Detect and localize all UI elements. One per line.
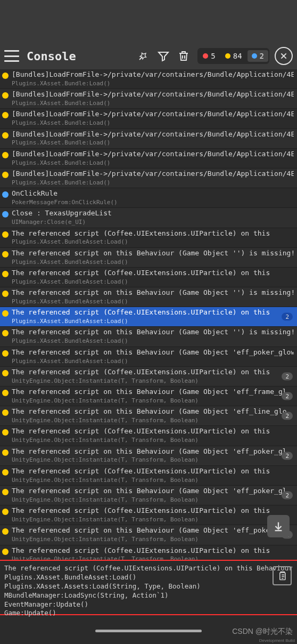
warn-icon bbox=[2, 549, 9, 555]
warn-icon bbox=[2, 112, 9, 118]
log-row[interactable]: The referenced script on this Behaviour … bbox=[0, 287, 297, 307]
log-row[interactable]: The referenced script (Coffee.UIExtensio… bbox=[0, 505, 297, 525]
log-row[interactable]: The referenced script on this Behaviour … bbox=[0, 406, 297, 426]
log-source: UnityEngine.Object:Instantiate(T, Transf… bbox=[12, 397, 294, 405]
warn-icon bbox=[2, 92, 9, 99]
log-row[interactable]: The referenced script on this Behaviour … bbox=[0, 525, 297, 545]
info-icon bbox=[2, 191, 9, 198]
warn-icon bbox=[2, 132, 9, 139]
log-row[interactable]: The referenced script on this Behaviour … bbox=[0, 387, 297, 406]
log-row[interactable]: Close : TexasUpgradeListUIManager:Close(… bbox=[0, 208, 297, 228]
stack-trace-line: MBundleManager:LoadSync(String, Action`1… bbox=[4, 591, 293, 600]
error-count-toggle[interactable]: 5 bbox=[199, 50, 219, 62]
log-message: The referenced script on this Behaviour … bbox=[12, 288, 294, 297]
log-message: Close : TexasUpgradeList bbox=[12, 209, 294, 218]
warn-icon bbox=[2, 528, 9, 535]
log-row[interactable]: The referenced script (Coffee.UIExtensio… bbox=[0, 545, 297, 560]
log-source: Plugins.XAsset.BundleAsset:Load() bbox=[12, 278, 294, 286]
log-message: The referenced script on this Behaviour … bbox=[12, 388, 294, 397]
warn-icon bbox=[2, 291, 9, 297]
count-badge: 2 bbox=[282, 492, 293, 500]
menu-button[interactable] bbox=[4, 50, 19, 62]
trash-icon[interactable] bbox=[175, 47, 192, 65]
info-icon bbox=[2, 211, 9, 218]
log-level-filters: 5 84 2 bbox=[197, 48, 269, 64]
log-message: [Bundles]LoadFromFile->/private/var/cont… bbox=[12, 170, 294, 179]
log-source: UnityEngine.Object:Instantiate(T, Transf… bbox=[12, 456, 294, 464]
console-header: Console 5 84 2 bbox=[0, 43, 297, 69]
svg-line-0 bbox=[139, 57, 142, 60]
log-message: The referenced script on this Behaviour … bbox=[12, 447, 294, 456]
log-row[interactable]: The referenced script (Coffee.UIExtensio… bbox=[0, 426, 297, 446]
log-source: UnityEngine.Object:Instantiate(T, Transf… bbox=[12, 377, 294, 385]
log-row[interactable]: The referenced script on this Behaviour … bbox=[0, 347, 297, 367]
pin-icon[interactable] bbox=[135, 47, 152, 65]
warn-icon bbox=[2, 409, 9, 416]
log-source: Plugins.XAsset.Bundle:Load() bbox=[12, 159, 294, 167]
log-row[interactable]: [Bundles]LoadFromFile->/private/var/cont… bbox=[0, 109, 297, 128]
log-row[interactable]: The referenced script (Coffee.UIExtensio… bbox=[0, 466, 297, 486]
log-source: Plugins.XAsset.BundleAsset:Load() bbox=[12, 259, 294, 266]
log-message: The referenced script on this Behaviour … bbox=[12, 526, 294, 535]
warn-icon bbox=[2, 390, 9, 396]
warn-icon bbox=[2, 489, 9, 495]
log-message: The referenced script on this Behaviour … bbox=[12, 407, 294, 416]
log-source: Plugins.XAsset.BundleAsset:Load() bbox=[12, 238, 294, 246]
log-message: The referenced script on this Behaviour … bbox=[12, 348, 294, 357]
info-count-toggle[interactable]: 2 bbox=[248, 50, 268, 62]
log-message: The referenced script (Coffee.UIExtensio… bbox=[12, 506, 294, 516]
close-button[interactable] bbox=[275, 47, 293, 65]
warn-icon bbox=[2, 449, 9, 456]
log-message: The referenced script (Coffee.UIExtensio… bbox=[12, 229, 294, 238]
log-message: OnClickRule bbox=[12, 189, 294, 198]
filter-icon[interactable] bbox=[155, 47, 172, 65]
count-badge: 2 bbox=[282, 372, 293, 380]
count-badge: 2 bbox=[282, 412, 293, 420]
stack-trace-line: Plugins.XAsset.Assets:Load(String, Type,… bbox=[4, 582, 293, 591]
log-row[interactable]: The referenced script on this Behaviour … bbox=[0, 327, 297, 347]
log-row[interactable]: [Bundles]LoadFromFile->/private/var/cont… bbox=[0, 168, 297, 188]
log-row[interactable]: [Bundles]LoadFromFile->/private/var/cont… bbox=[0, 89, 297, 109]
log-source: Plugins.XAsset.BundleAsset:Load() bbox=[12, 298, 294, 305]
log-row[interactable]: The referenced script (Coffee.UIExtensio… bbox=[0, 228, 297, 248]
log-row[interactable]: [Bundles]LoadFromFile->/private/var/cont… bbox=[0, 149, 297, 168]
log-row[interactable]: OnClickRulePokerMessageFrom:OnClickRule(… bbox=[0, 188, 297, 208]
warn-icon bbox=[2, 370, 9, 376]
log-source: Plugins.XAsset.Bundle:Load() bbox=[12, 100, 294, 107]
log-message: The referenced script (Coffee.UIExtensio… bbox=[12, 467, 294, 476]
log-row[interactable]: The referenced script (Coffee.UIExtensio… bbox=[0, 268, 297, 287]
log-row[interactable]: The referenced script on this Behaviour … bbox=[0, 446, 297, 466]
log-source: Plugins.XAsset.BundleAsset:Load() bbox=[12, 358, 294, 365]
log-list[interactable]: [Bundles]LoadFromFile->/private/var/cont… bbox=[0, 69, 297, 560]
log-row[interactable]: [Bundles]LoadFromFile->/private/var/cont… bbox=[0, 129, 297, 149]
log-row[interactable]: The referenced script on this Behaviour … bbox=[0, 486, 297, 505]
dev-build-label: Development Build bbox=[259, 638, 295, 643]
warning-count-toggle[interactable]: 84 bbox=[221, 50, 246, 62]
log-source: Plugins.XAsset.Bundle:Load() bbox=[12, 80, 294, 87]
warn-icon bbox=[2, 509, 9, 515]
log-message: [Bundles]LoadFromFile->/private/var/cont… bbox=[12, 150, 294, 159]
warn-icon bbox=[2, 271, 9, 277]
warn-icon bbox=[2, 310, 9, 317]
stack-trace-line: Game:Update() bbox=[4, 609, 293, 618]
warn-icon bbox=[2, 251, 9, 257]
log-message: The referenced script on this Behaviour … bbox=[12, 328, 294, 337]
log-source: UnityEngine.Object:Instantiate(T, Transf… bbox=[12, 556, 294, 560]
log-message: [Bundles]LoadFromFile->/private/var/cont… bbox=[12, 70, 294, 79]
log-source: UnityEngine.Object:Instantiate(T, Transf… bbox=[12, 417, 294, 424]
log-row[interactable]: [Bundles]LoadFromFile->/private/var/cont… bbox=[0, 69, 297, 89]
scroll-to-bottom-button[interactable] bbox=[267, 515, 290, 537]
warn-icon bbox=[2, 469, 9, 476]
log-source: UnityEngine.Object:Instantiate(T, Transf… bbox=[12, 516, 294, 524]
log-row[interactable]: The referenced script (Coffee.UIExtensio… bbox=[0, 367, 297, 387]
stack-trace-line: EventManager:Update() bbox=[4, 600, 293, 609]
log-message: The referenced script (Coffee.UIExtensio… bbox=[12, 427, 294, 436]
stack-trace-line: Plugins.XAsset.BundleAsset:Load() bbox=[4, 573, 293, 582]
log-source: UIManager:Close(e_UI) bbox=[12, 219, 294, 226]
log-message: [Bundles]LoadFromFile->/private/var/cont… bbox=[12, 90, 294, 99]
log-row[interactable]: The referenced script (Coffee.UIExtensio… bbox=[0, 307, 297, 327]
copy-button[interactable] bbox=[273, 566, 292, 585]
log-source: UnityEngine.Object:Instantiate(T, Transf… bbox=[12, 536, 294, 543]
watermark: CSDN @时光不染 bbox=[232, 627, 293, 637]
log-row[interactable]: The referenced script on this Behaviour … bbox=[0, 248, 297, 268]
